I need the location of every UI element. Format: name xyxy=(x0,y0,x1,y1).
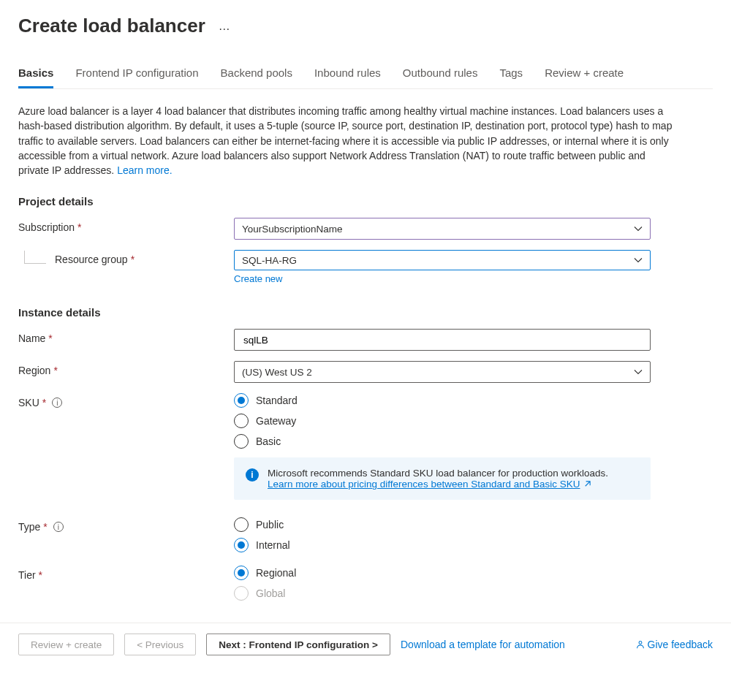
sku-radio-standard[interactable]: Standard xyxy=(234,393,651,408)
radio-label: Gateway xyxy=(256,415,296,427)
tier-label: Tier xyxy=(18,569,36,581)
radio-label: Basic xyxy=(256,435,281,447)
give-feedback-link[interactable]: Give feedback xyxy=(635,639,713,650)
sku-info-box: i Microsoft recommends Standard SKU load… xyxy=(234,457,651,500)
required-indicator: * xyxy=(39,569,42,581)
subscription-select[interactable]: YourSubscriptionName xyxy=(234,218,651,240)
intro-paragraph: Azure load balancer is a layer 4 load ba… xyxy=(18,104,676,178)
radio-icon xyxy=(234,586,249,601)
tab-tags[interactable]: Tags xyxy=(499,66,523,88)
radio-icon xyxy=(234,414,249,428)
radio-label: Internal xyxy=(256,539,290,551)
required-indicator: * xyxy=(43,521,47,533)
project-details-heading: Project details xyxy=(18,195,713,208)
required-indicator: * xyxy=(42,397,46,408)
resource-group-value: SQL-HA-RG xyxy=(242,255,297,266)
next-button[interactable]: Next : Frontend IP configuration > xyxy=(206,634,390,655)
name-label: Name xyxy=(18,332,45,344)
previous-button: < Previous xyxy=(124,634,196,655)
type-radio-group: Public Internal xyxy=(234,517,651,552)
required-indicator: * xyxy=(48,332,52,344)
tab-frontend-ip[interactable]: Frontend IP configuration xyxy=(75,66,198,88)
footer-bar: Review + create < Previous Next : Fronte… xyxy=(0,623,731,666)
resource-group-select[interactable]: SQL-HA-RG xyxy=(234,250,651,270)
tree-indent-line xyxy=(24,251,46,264)
chevron-down-icon xyxy=(634,256,643,265)
learn-more-link[interactable]: Learn more. xyxy=(117,164,172,176)
chevron-down-icon xyxy=(634,224,643,233)
radio-label: Regional xyxy=(256,567,296,579)
create-new-link[interactable]: Create new xyxy=(234,273,282,284)
subscription-label: Subscription xyxy=(18,221,75,233)
give-feedback-text: Give feedback xyxy=(648,639,713,650)
tab-basics[interactable]: Basics xyxy=(18,66,53,88)
tab-inbound-rules[interactable]: Inbound rules xyxy=(314,66,381,88)
tier-radio-group: Regional Global xyxy=(234,566,651,601)
radio-label: Global xyxy=(256,587,285,599)
radio-label: Public xyxy=(256,519,284,530)
radio-icon xyxy=(234,434,249,449)
sku-radio-group: Standard Gateway Basic xyxy=(234,393,651,449)
required-indicator: * xyxy=(53,365,57,376)
info-icon[interactable]: i xyxy=(52,397,62,408)
type-label: Type xyxy=(18,521,40,533)
tab-review-create[interactable]: Review + create xyxy=(545,66,624,88)
sku-pricing-link-text: Learn more about pricing differences bet… xyxy=(268,479,580,490)
page-title: Create load balancer xyxy=(18,15,205,37)
resource-group-label: Resource group xyxy=(55,254,128,265)
sku-radio-gateway[interactable]: Gateway xyxy=(234,414,651,428)
name-input-field[interactable] xyxy=(242,334,643,346)
tab-outbound-rules[interactable]: Outbound rules xyxy=(403,66,478,88)
tabs-nav: Basics Frontend IP configuration Backend… xyxy=(18,66,713,89)
chevron-down-icon xyxy=(634,368,643,376)
required-indicator: * xyxy=(77,221,81,233)
radio-icon xyxy=(234,517,249,532)
feedback-icon xyxy=(635,639,645,650)
type-radio-internal[interactable]: Internal xyxy=(234,538,651,552)
svg-point-0 xyxy=(639,642,642,644)
tab-backend-pools[interactable]: Backend pools xyxy=(221,66,292,88)
radio-icon xyxy=(234,566,249,580)
download-template-link[interactable]: Download a template for automation xyxy=(401,639,565,650)
required-indicator: * xyxy=(131,254,135,265)
info-icon[interactable]: i xyxy=(53,522,64,532)
type-radio-public[interactable]: Public xyxy=(234,517,651,532)
tier-radio-global: Global xyxy=(234,586,651,601)
sku-pricing-link[interactable]: Learn more about pricing differences bet… xyxy=(268,479,591,490)
more-actions-button[interactable]: … xyxy=(219,20,231,33)
region-value: (US) West US 2 xyxy=(242,367,312,378)
name-input[interactable] xyxy=(234,329,651,351)
radio-icon xyxy=(234,393,249,408)
review-create-button: Review + create xyxy=(18,634,114,655)
sku-radio-basic[interactable]: Basic xyxy=(234,434,651,449)
subscription-value: YourSubscriptionName xyxy=(242,224,343,235)
region-label: Region xyxy=(18,365,50,376)
radio-icon xyxy=(234,538,249,552)
sku-info-text: Microsoft recommends Standard SKU load b… xyxy=(268,468,608,479)
radio-label: Standard xyxy=(256,395,298,406)
region-select[interactable]: (US) West US 2 xyxy=(234,361,651,383)
external-link-icon xyxy=(583,480,591,488)
sku-label: SKU xyxy=(18,397,39,408)
tier-radio-regional[interactable]: Regional xyxy=(234,566,651,580)
info-badge-icon: i xyxy=(246,468,259,482)
instance-details-heading: Instance details xyxy=(18,306,713,319)
